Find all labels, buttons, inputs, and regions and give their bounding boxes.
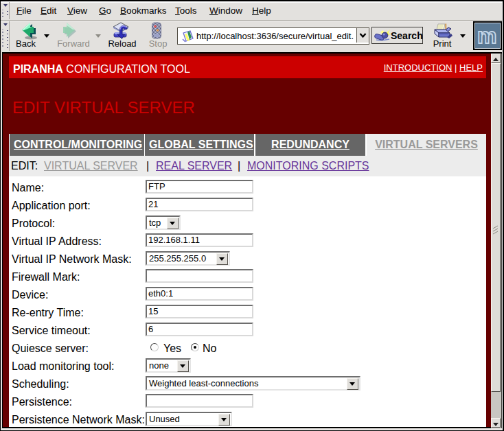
svg-text:m: m [477, 23, 496, 48]
